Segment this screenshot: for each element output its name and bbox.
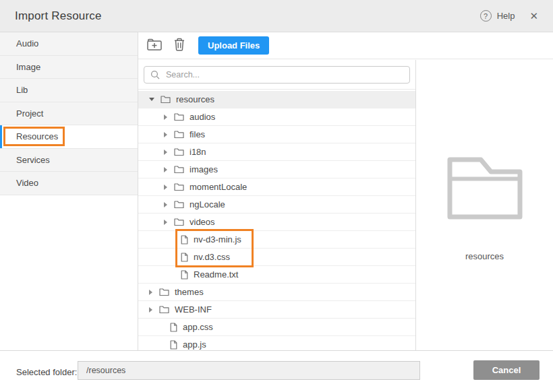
tree-row-label: resources <box>176 94 214 104</box>
tree-row-label: files <box>190 129 205 139</box>
tree-row-nv-d3-css[interactable]: nv.d3.css <box>138 249 415 266</box>
folder-icon <box>174 200 184 209</box>
sidebar-item-audio[interactable]: Audio <box>0 32 138 56</box>
expand-arrow-icon[interactable] <box>164 202 167 207</box>
search-icon <box>150 70 160 79</box>
tree-row-label: audios <box>190 112 215 122</box>
sidebar-item-label: Video <box>16 178 38 188</box>
collapse-arrow-icon[interactable] <box>149 98 154 101</box>
tree-row-themes[interactable]: themes <box>138 284 415 301</box>
preview-panel: resources <box>416 60 553 350</box>
tree-row-audios[interactable]: audios <box>138 108 415 126</box>
tree-row-web-inf[interactable]: WEB-INF <box>138 301 415 319</box>
search-bar <box>138 60 415 90</box>
file-icon <box>181 270 188 280</box>
sidebar-item-label: Lib <box>16 85 28 95</box>
tree-row-app-css[interactable]: app.css <box>138 319 415 336</box>
main-panel: Upload Files resourc <box>138 32 553 350</box>
tree-column: resourcesaudiosfilesi18nimagesmomentLoca… <box>138 60 416 350</box>
folder-plus-icon <box>146 37 163 54</box>
tree-row-label: app.css <box>183 322 213 332</box>
search-box <box>144 66 410 84</box>
sidebar-item-services[interactable]: Services <box>0 149 138 172</box>
tree-row-label: images <box>190 164 218 174</box>
sidebar-item-video[interactable]: Video <box>0 172 138 195</box>
selected-folder-input[interactable] <box>78 361 420 380</box>
upload-files-button[interactable]: Upload Files <box>198 36 269 55</box>
toolbar: Upload Files <box>138 32 553 59</box>
tree-row-label: WEB-INF <box>175 304 212 315</box>
tree-row-momentlocale[interactable]: momentLocale <box>138 178 415 196</box>
delete-button[interactable] <box>170 36 189 55</box>
tree-row-images[interactable]: images <box>138 161 415 178</box>
tree-row-files[interactable]: files <box>138 126 415 143</box>
tree-row-label: Readme.txt <box>194 269 238 280</box>
tree-row-nglocale[interactable]: ngLocale <box>138 196 415 214</box>
close-icon[interactable]: ✕ <box>529 10 538 22</box>
expand-arrow-icon[interactable] <box>164 150 167 155</box>
help-label[interactable]: Help <box>497 11 515 21</box>
file-tree: resourcesaudiosfilesi18nimagesmomentLoca… <box>138 90 415 350</box>
expand-arrow-icon[interactable] <box>164 115 167 120</box>
folder-icon <box>174 183 184 191</box>
sidebar-item-label: Project <box>16 108 43 119</box>
folder-icon <box>159 288 169 296</box>
folder-icon <box>174 165 184 174</box>
selected-folder-label: Selected folder: <box>16 367 77 377</box>
tree-row-resources[interactable]: resources <box>138 91 415 108</box>
file-icon <box>181 253 188 262</box>
tree-row-label: momentLocale <box>190 182 247 192</box>
header-actions: ? Help ✕ <box>480 10 538 22</box>
dialog-title: Import Resource <box>15 9 102 23</box>
content-area: resourcesaudiosfilesi18nimagesmomentLoca… <box>138 60 553 350</box>
search-input[interactable] <box>165 69 403 80</box>
folder-icon <box>174 130 184 139</box>
sidebar-item-resources[interactable]: Resources <box>0 125 138 149</box>
tree-row-i18n[interactable]: i18n <box>138 143 415 161</box>
cancel-button[interactable]: Cancel <box>473 360 540 380</box>
large-folder-icon <box>444 156 525 223</box>
folder-icon <box>174 148 184 156</box>
file-icon <box>170 340 177 350</box>
sidebar-item-image[interactable]: Image <box>0 56 138 79</box>
folder-icon <box>174 218 184 226</box>
tree-row-label: i18n <box>190 147 206 157</box>
dialog-header: Import Resource ? Help ✕ <box>0 0 553 32</box>
folder-icon <box>174 112 184 121</box>
tree-row-label: nv-d3-min.js <box>194 234 241 244</box>
sidebar-item-label: Services <box>16 155 50 165</box>
tree-row-label: nv.d3.css <box>194 252 230 262</box>
tree-row-label: ngLocale <box>190 199 225 209</box>
help-icon[interactable]: ? <box>480 10 492 22</box>
sidebar: AudioImageLibProjectResourcesServicesVid… <box>0 32 138 350</box>
sidebar-item-project[interactable]: Project <box>0 102 138 126</box>
tree-row-nv-d3-min-js[interactable]: nv-d3-min.js <box>138 231 415 249</box>
expand-arrow-icon[interactable] <box>149 290 152 295</box>
sidebar-item-lib[interactable]: Lib <box>0 79 138 102</box>
file-icon <box>170 323 177 332</box>
tree-row-readme-txt[interactable]: Readme.txt <box>138 266 415 284</box>
expand-arrow-icon[interactable] <box>149 307 152 313</box>
tree-row-videos[interactable]: videos <box>138 214 415 231</box>
folder-icon <box>159 305 169 314</box>
sidebar-item-label: Resources <box>16 131 58 141</box>
folder-icon <box>161 95 171 104</box>
trash-icon <box>173 37 186 54</box>
sidebar-item-label: Image <box>16 62 40 72</box>
tree-row-label: app.js <box>183 339 206 350</box>
add-folder-button[interactable] <box>144 36 165 55</box>
import-resource-dialog: Import Resource ? Help ✕ AudioImageLibPr… <box>0 0 553 392</box>
tree-row-app-js[interactable]: app.js <box>138 336 415 350</box>
dialog-footer: Selected folder: Cancel <box>0 350 553 392</box>
tree-row-label: themes <box>175 287 204 297</box>
expand-arrow-icon[interactable] <box>164 167 167 172</box>
expand-arrow-icon[interactable] <box>164 132 167 137</box>
preview-folder-name: resources <box>465 251 504 261</box>
expand-arrow-icon[interactable] <box>164 185 167 190</box>
sidebar-item-label: Audio <box>16 38 38 48</box>
tree-row-label: videos <box>190 217 215 227</box>
file-icon <box>181 235 188 244</box>
expand-arrow-icon[interactable] <box>164 220 167 225</box>
